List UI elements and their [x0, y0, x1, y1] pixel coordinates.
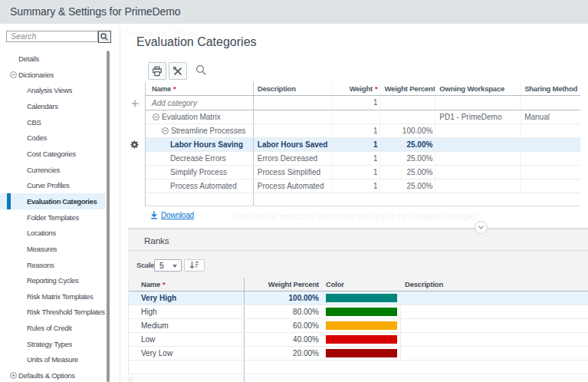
- rank-row-high[interactable]: High80.00%: [129, 305, 588, 319]
- category-weight: 1: [333, 166, 380, 179]
- category-weight: 1: [333, 179, 380, 193]
- category-owning-workspace: [435, 124, 521, 137]
- sidebar-search-button[interactable]: [98, 31, 111, 43]
- category-weight-percent: 25.00%: [380, 166, 435, 179]
- category-row-add-category[interactable]: Add category1: [146, 96, 580, 110]
- rank-color-swatch[interactable]: [326, 335, 397, 344]
- scale-label: Scale: [136, 259, 154, 272]
- category-row-simplify-process[interactable]: Simplify ProcessProcess Simplified125.00…: [146, 166, 580, 179]
- ranks-title: Ranks: [144, 235, 169, 246]
- sidebar-item-units-of-measure[interactable]: Units of Measure: [0, 352, 105, 368]
- sidebar-divider: [120, 28, 120, 382]
- category-row-process-automated[interactable]: Process AutomatedProcess Automated125.00…: [146, 179, 580, 193]
- sidebar-item-rules-of-credit[interactable]: Rules of Credit: [0, 320, 105, 336]
- empty-measures-hint: There are no measures associated with an…: [232, 212, 479, 221]
- rank-color-swatch[interactable]: [326, 321, 397, 330]
- sidebar-item-defaults-options[interactable]: Defaults & Options: [0, 367, 105, 382]
- sidebar-item-risk-matrix-templates[interactable]: Risk Matrix Templates: [0, 288, 105, 305]
- rank-row-medium[interactable]: Medium60.00%: [129, 319, 588, 333]
- sidebar-item-reasons[interactable]: Reasons: [0, 257, 105, 273]
- category-row-streamline-processes[interactable]: Streamline Processes1100.00%: [146, 124, 580, 138]
- category-weight: 1: [333, 152, 380, 165]
- category-row-decrease-errors[interactable]: Decrease ErrorsErrors Decreased125.00%: [146, 152, 580, 166]
- sidebar-item-label: Risk Threshold Templates: [27, 308, 105, 316]
- category-name: Decrease Errors: [170, 152, 226, 165]
- category-description: [254, 124, 333, 137]
- scale-select[interactable]: 5: [154, 259, 182, 272]
- sidebar-item-label: CBS: [27, 118, 41, 127]
- rank-description: [401, 347, 588, 360]
- sidebar-item-curve-profiles[interactable]: Curve Profiles: [0, 178, 105, 194]
- ranks-grid-tail-border: [244, 374, 245, 382]
- collapse-icon[interactable]: [162, 127, 169, 134]
- customize-button[interactable]: [169, 62, 187, 80]
- column-header-weight-percent[interactable]: Weight Percent: [380, 82, 435, 95]
- category-weight: [333, 110, 380, 123]
- rank-row-very-low[interactable]: Very Low20.00%: [129, 347, 588, 361]
- print-button[interactable]: [148, 62, 166, 80]
- rank-color-swatch[interactable]: [326, 308, 397, 316]
- rank-description: [401, 319, 588, 332]
- sidebar-item-dictionaries[interactable]: Dictionaries: [0, 67, 105, 83]
- rank-name: Very Low: [129, 347, 245, 360]
- sidebar-scrollbar[interactable]: [107, 51, 110, 382]
- sidebar-item-folder-templates[interactable]: Folder Templates: [0, 209, 105, 226]
- rank-name: Very High: [129, 291, 245, 305]
- sidebar-item-label: Measures: [27, 245, 57, 253]
- collapse-icon[interactable]: [10, 71, 17, 78]
- sidebar-item-cost-categories[interactable]: Cost Categories: [0, 146, 105, 162]
- tools-icon: [172, 66, 183, 77]
- sidebar-item-currencies[interactable]: Currencies: [0, 162, 105, 178]
- category-weight-percent: 25.00%: [380, 152, 435, 165]
- sidebar-item-codes[interactable]: Codes: [0, 130, 105, 147]
- sidebar-item-strategy-types[interactable]: Strategy Types: [0, 336, 105, 352]
- rank-row-very-high[interactable]: Very High100.00%: [129, 291, 588, 305]
- download-link[interactable]: Download: [150, 211, 194, 219]
- sidebar-item-label: Currencies: [27, 166, 60, 174]
- grid-search-button[interactable]: [195, 64, 207, 76]
- rank-color-swatch[interactable]: [326, 294, 397, 302]
- sidebar-item-reporting-cycles[interactable]: Reporting Cycles: [0, 272, 105, 288]
- category-weight: 1: [333, 96, 380, 110]
- sidebar-item-label: Calendars: [27, 102, 58, 110]
- sidebar-item-label: Strategy Types: [27, 340, 72, 348]
- column-header-name[interactable]: Name*: [146, 82, 254, 95]
- collapse-icon[interactable]: [153, 114, 159, 120]
- rank-description: [401, 305, 588, 318]
- sidebar-item-risk-threshold-templates[interactable]: Risk Threshold Templates: [0, 305, 105, 321]
- sidebar-item-label: Curve Profiles: [27, 181, 69, 189]
- ranks-column-header-description[interactable]: Description: [401, 278, 588, 291]
- sidebar-search-input[interactable]: Search: [6, 31, 98, 42]
- category-row-labor-hours-saving[interactable]: Labor Hours SavingLabor Hours Saved125.0…: [146, 138, 580, 152]
- gear-icon[interactable]: [130, 140, 139, 149]
- sidebar-item-measures[interactable]: Measures: [0, 241, 105, 257]
- column-header-description[interactable]: Description: [254, 82, 333, 95]
- ranks-column-header-weight-percent[interactable]: Weight Percent: [245, 278, 323, 291]
- sidebar-item-analysis-views[interactable]: Analysis Views: [0, 83, 105, 99]
- category-row-evaluation-matrix[interactable]: Evaluation MatrixPD1 - PrimeDemoManual: [146, 110, 580, 124]
- rank-color-swatch[interactable]: [326, 349, 397, 357]
- grid-scrollbar-track[interactable]: [581, 82, 588, 206]
- add-row-icon[interactable]: [131, 100, 139, 107]
- sidebar-item-locations[interactable]: Locations: [0, 225, 105, 241]
- sidebar-item-label: Risk Matrix Templates: [27, 292, 93, 301]
- column-header-sharing-method[interactable]: Sharing Method: [521, 82, 580, 95]
- search-placeholder: Search: [11, 31, 36, 41]
- column-header-owning-workspace[interactable]: Owning Workspace: [435, 82, 521, 95]
- category-weight-percent: [380, 110, 435, 123]
- sidebar-item-calendars[interactable]: Calendars: [0, 98, 105, 114]
- sidebar-item-evaluation-categories[interactable]: Evaluation Categories: [0, 193, 105, 209]
- sort-button[interactable]: [184, 259, 205, 272]
- expand-icon[interactable]: [10, 372, 17, 379]
- sidebar-item-cbs[interactable]: CBS: [0, 114, 105, 130]
- category-owning-workspace: [435, 96, 521, 110]
- column-header-weight[interactable]: Weight*: [333, 82, 380, 95]
- ranks-column-header-color[interactable]: Color: [323, 278, 401, 291]
- rank-row-low[interactable]: Low40.00%: [129, 333, 588, 347]
- sidebar-item-details[interactable]: Details: [0, 51, 105, 67]
- grid-search-icon: [195, 64, 207, 76]
- ranks-column-header-name[interactable]: Name*: [129, 278, 245, 291]
- rank-description: [401, 333, 588, 346]
- printer-icon: [152, 66, 163, 77]
- collapse-panel-button[interactable]: [475, 221, 488, 234]
